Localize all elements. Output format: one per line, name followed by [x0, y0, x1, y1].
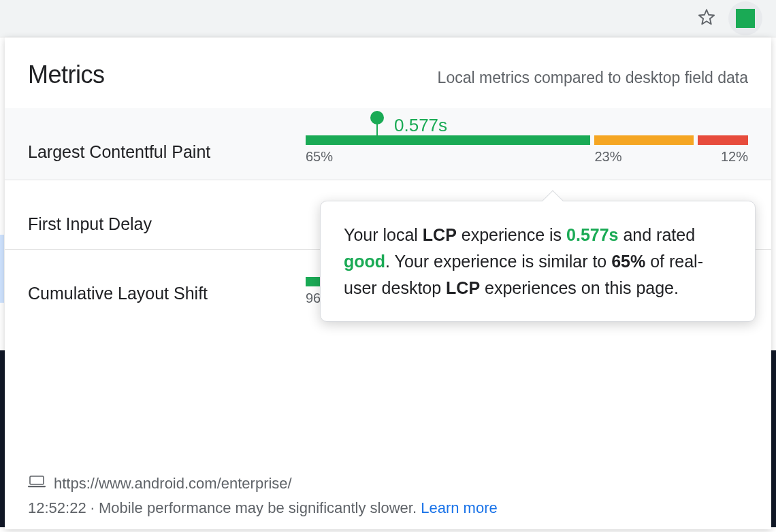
metric-name: Largest Contentful Paint — [28, 123, 287, 162]
svg-rect-1 — [28, 486, 46, 487]
panel-title: Metrics — [28, 61, 105, 89]
laptop-icon — [28, 475, 46, 493]
segment-g — [306, 135, 590, 145]
segment-label: 65% — [306, 149, 590, 165]
metric-row[interactable]: Largest Contentful Paint0.577s65%23%12% — [5, 108, 771, 180]
browser-toolbar — [0, 0, 776, 37]
distribution-bar — [306, 135, 748, 145]
metric-distribution: 0.577s65%23%12% — [306, 123, 748, 165]
segment-r — [698, 135, 748, 145]
footer-time: 12:52:22 — [28, 499, 86, 516]
page-peek-left — [0, 235, 4, 303]
footer-warning: Mobile performance may be significantly … — [99, 499, 421, 516]
footer-url: https://www.android.com/enterprise/ — [54, 475, 292, 493]
segment-label: 23% — [594, 149, 694, 165]
panel-footer: https://www.android.com/enterprise/ 12:5… — [5, 468, 771, 529]
extension-badge[interactable] — [728, 1, 762, 35]
metric-name: First Input Delay — [28, 195, 287, 234]
bookmark-star-icon[interactable] — [697, 7, 716, 29]
local-value-label: 0.577s — [394, 115, 447, 136]
metric-name: Cumulative Layout Shift — [28, 265, 287, 303]
learn-more-link[interactable]: Learn more — [421, 499, 498, 516]
footer-url-row: https://www.android.com/enterprise/ — [28, 475, 748, 493]
segment-o — [594, 135, 694, 145]
segment-label: 12% — [698, 149, 748, 165]
web-vitals-icon — [736, 9, 755, 28]
footer-status-line: 12:52:22 · Mobile performance may be sig… — [28, 499, 748, 517]
metric-tooltip: Your local LCP experience is 0.577s and … — [320, 201, 756, 322]
panel-header: Metrics Local metrics compared to deskto… — [5, 37, 771, 108]
panel-subtitle: Local metrics compared to desktop field … — [438, 69, 748, 87]
svg-rect-0 — [30, 476, 44, 484]
distribution-labels: 65%23%12% — [306, 145, 748, 165]
